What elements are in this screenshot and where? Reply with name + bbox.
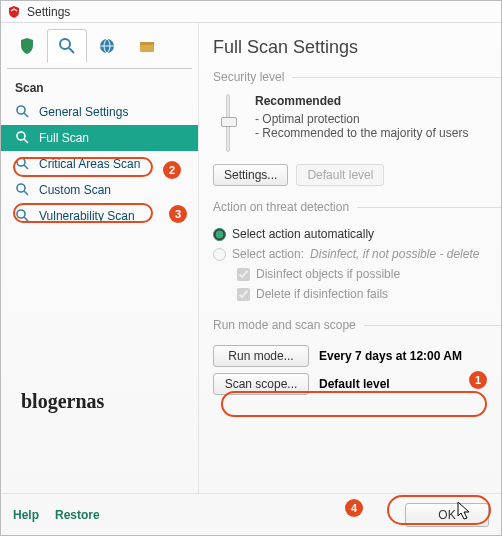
tab-tools[interactable] xyxy=(127,29,167,63)
checkbox-input xyxy=(237,288,250,301)
svg-point-11 xyxy=(17,184,25,192)
annotation-badge-2: 2 xyxy=(163,161,181,179)
sidebar-item-custom-scan[interactable]: Custom Scan xyxy=(1,177,198,203)
checkbox-label: Delete if disinfection fails xyxy=(256,287,388,301)
group-legend: Security level xyxy=(213,70,292,84)
svg-line-12 xyxy=(24,191,28,195)
restore-link[interactable]: Restore xyxy=(55,508,100,522)
checkbox-disinfect: Disinfect objects if possible xyxy=(213,264,501,284)
security-level-name: Recommended xyxy=(255,94,468,108)
magnifier-icon xyxy=(15,182,31,198)
group-legend: Action on threat detection xyxy=(213,200,357,214)
svg-line-8 xyxy=(24,139,28,143)
svg-line-6 xyxy=(24,113,28,117)
sidebar-item-label: Critical Areas Scan xyxy=(39,157,140,171)
annotation-badge-4: 4 xyxy=(345,499,363,517)
radio-input[interactable] xyxy=(213,248,226,261)
group-threat-action: Action on threat detection Select action… xyxy=(213,200,501,304)
group-run-mode: Run mode and scan scope Run mode... Ever… xyxy=(213,318,501,398)
radio-label: Select action: xyxy=(232,247,304,261)
radio-select-action[interactable]: Select action: Disinfect, if not possibl… xyxy=(213,244,501,264)
brand-logo: blogernas xyxy=(1,390,198,493)
sidebar-item-label: Custom Scan xyxy=(39,183,111,197)
magnifier-icon xyxy=(15,130,31,146)
sidebar-item-label: General Settings xyxy=(39,105,128,119)
scan-scope-value: Default level xyxy=(319,377,390,391)
sidebar-item-general-settings[interactable]: General Settings xyxy=(1,99,198,125)
run-mode-button[interactable]: Run mode... xyxy=(213,345,309,367)
sidebar-item-full-scan[interactable]: Full Scan xyxy=(1,125,198,151)
footer: Help Restore OK xyxy=(1,493,501,535)
radio-auto-action[interactable]: Select action automatically xyxy=(213,224,501,244)
help-link[interactable]: Help xyxy=(13,508,39,522)
sidebar-item-label: Vulnerability Scan xyxy=(39,209,135,223)
run-mode-value: Every 7 days at 12:00 AM xyxy=(319,349,462,363)
content-pane: Full Scan Settings Security level Recomm… xyxy=(199,23,501,493)
titlebar: Settings xyxy=(1,1,501,23)
window-title: Settings xyxy=(27,5,70,19)
svg-point-0 xyxy=(60,39,70,49)
select-action-value: Disinfect, if not possible - delete xyxy=(310,247,479,261)
settings-window: 2 3 1 4 Settings Scan General S xyxy=(0,0,502,536)
tab-update[interactable] xyxy=(87,29,127,63)
sidebar-item-label: Full Scan xyxy=(39,131,89,145)
svg-line-1 xyxy=(69,48,74,53)
magnifier-icon xyxy=(15,208,31,224)
annotation-badge-3: 3 xyxy=(169,205,187,223)
svg-point-7 xyxy=(17,132,25,140)
tab-scan[interactable] xyxy=(47,29,87,63)
security-level-slider[interactable] xyxy=(213,94,243,154)
category-tabs xyxy=(7,29,192,63)
cursor-icon xyxy=(455,501,475,523)
app-icon xyxy=(7,5,21,19)
checkbox-label: Disinfect objects if possible xyxy=(256,267,400,281)
svg-point-5 xyxy=(17,106,25,114)
magnifier-icon xyxy=(15,156,31,172)
security-default-button: Default level xyxy=(296,164,384,186)
radio-input[interactable] xyxy=(213,228,226,241)
radio-label: Select action automatically xyxy=(232,227,374,241)
svg-rect-4 xyxy=(140,42,154,45)
page-title: Full Scan Settings xyxy=(213,37,501,58)
sidebar-section-label: Scan xyxy=(1,77,198,99)
svg-point-9 xyxy=(17,158,25,166)
svg-line-14 xyxy=(24,217,28,221)
group-security-level: Security level Recommended - Optimal pro… xyxy=(213,70,501,186)
sidebar: Scan General Settings Full Scan Critical… xyxy=(1,23,199,493)
scan-scope-button[interactable]: Scan scope... xyxy=(213,373,309,395)
svg-point-13 xyxy=(17,210,25,218)
security-bullet: - Optimal protection xyxy=(255,112,468,126)
svg-line-10 xyxy=(24,165,28,169)
security-bullet: - Recommended to the majority of users xyxy=(255,126,468,140)
group-legend: Run mode and scan scope xyxy=(213,318,364,332)
security-settings-button[interactable]: Settings... xyxy=(213,164,288,186)
checkbox-input xyxy=(237,268,250,281)
tab-protection[interactable] xyxy=(7,29,47,63)
annotation-badge-1: 1 xyxy=(469,371,487,389)
ok-button[interactable]: OK xyxy=(405,503,489,527)
checkbox-delete: Delete if disinfection fails xyxy=(213,284,501,304)
magnifier-icon xyxy=(15,104,31,120)
